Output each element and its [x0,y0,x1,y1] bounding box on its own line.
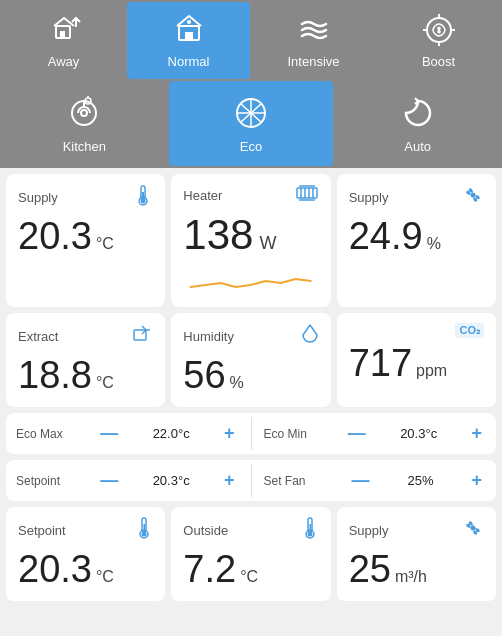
boost-icon [421,12,457,48]
supply-flow-value: 25 m³/h [349,548,484,591]
control-row-1-divider [251,417,252,450]
eco-max-label: Eco Max [16,427,66,441]
mode-away-label: Away [48,54,80,69]
outside-header: Outside [183,517,318,544]
svg-point-41 [307,532,312,537]
svg-point-12 [81,110,87,116]
mode-normal-label: Normal [168,54,210,69]
eco-max-plus-button[interactable]: + [220,423,239,444]
supply-flow-label: Supply [349,523,389,538]
zone-auto-label: Auto [404,139,431,154]
supply-temp-header: Supply [18,184,153,211]
humidity-card: Humidity 56 % [171,313,330,407]
zone-row: Kitchen Eco Auto [0,81,502,168]
extract-header: Extract [18,323,153,350]
co2-header: CO₂ [349,323,484,338]
humidity-value: 56 % [183,354,318,397]
heater-label: Heater [183,188,222,203]
zone-kitchen-label: Kitchen [63,139,106,154]
supply-flow-card: Supply 25 m³/h [337,507,496,601]
thermometer-icon-2 [135,517,153,544]
heater-card: Heater 138 W [171,174,330,307]
svg-rect-24 [297,188,317,198]
supply-pct-card: Supply 24.9 % [337,174,496,307]
setpoint-header: Setpoint [18,517,153,544]
kitchen-icon [64,93,104,133]
control-row-2-divider [251,464,252,497]
zone-kitchen-button[interactable]: Kitchen [2,81,167,166]
auto-icon [398,93,438,133]
mode-intensive-button[interactable]: Intensive [252,2,375,79]
svg-point-37 [142,532,147,537]
supply-temp-card: Supply 20.3 °C [6,174,165,307]
outside-card: Outside 7.2 °C [171,507,330,601]
setpoint-minus-button[interactable]: — [96,470,122,491]
eco-max-cell: Eco Max — 22.0°c + [6,413,249,454]
bottom-row: Setpoint 20.3 °C Outside [6,507,496,601]
supply-pct-header: Supply [349,184,484,211]
zone-auto-button[interactable]: Auto [335,81,500,166]
outside-value: 7.2 °C [183,548,318,591]
eco-min-minus-button[interactable]: — [344,423,370,444]
eco-min-value: 20.3°c [400,426,437,441]
supply-pct-label: Supply [349,190,389,205]
svg-point-31 [470,193,475,198]
setpoint-card: Setpoint 20.3 °C [6,507,165,601]
thermometer-icon [133,184,153,211]
intensive-icon [296,12,332,48]
control-row-2: Setpoint — 20.3°c + Set Fan — 25% + [6,460,496,501]
supply-temp-label: Supply [18,190,58,205]
zone-eco-label: Eco [240,139,262,154]
eco-max-minus-button[interactable]: — [96,423,122,444]
eco-icon [231,93,271,133]
drop-icon [301,323,319,350]
setpoint-control-label: Setpoint [16,474,66,488]
set-fan-cell: Set Fan — 25% + [254,460,497,501]
extract-card: Extract 18.8 °C [6,313,165,407]
co2-card: CO₂ 717 ppm [337,313,496,407]
svg-point-23 [141,199,146,204]
supply-pct-value: 24.9 % [349,215,484,258]
heater-header: Heater [183,184,318,207]
row-1: Supply 20.3 °C Heater [6,174,496,307]
set-fan-value: 25% [407,473,433,488]
svg-rect-1 [60,31,65,38]
humidity-label: Humidity [183,329,234,344]
set-fan-label: Set Fan [264,474,314,488]
mode-boost-button[interactable]: Boost [377,2,500,79]
supply-temp-value: 20.3 °C [18,215,153,258]
setpoint-label: Setpoint [18,523,66,538]
mode-intensive-label: Intensive [287,54,339,69]
row-2: Extract 18.8 °C Humidity [6,313,496,407]
heater-sparkline [183,265,318,293]
eco-min-cell: Eco Min — 20.3°c + [254,413,497,454]
heater-value-row: 138 W [183,211,318,259]
setpoint-value: 20.3 °C [18,548,153,591]
extract-icon [131,323,153,350]
set-fan-minus-button[interactable]: — [347,470,373,491]
setpoint-plus-button[interactable]: + [220,470,239,491]
svg-point-5 [187,20,191,24]
outside-label: Outside [183,523,228,538]
fan-icon-2 [462,517,484,544]
set-fan-plus-button[interactable]: + [467,470,486,491]
extract-value: 18.8 °C [18,354,153,397]
co2-value: 717 ppm [349,342,484,385]
svg-point-42 [470,526,475,531]
eco-min-plus-button[interactable]: + [467,423,486,444]
mode-normal-button[interactable]: Normal [127,2,250,79]
normal-icon [171,12,207,48]
mode-away-button[interactable]: Away [2,2,125,79]
eco-max-value: 22.0°c [153,426,190,441]
eco-min-label: Eco Min [264,427,314,441]
humidity-header: Humidity [183,323,318,350]
heater-icon [295,184,319,207]
co2-badge: CO₂ [455,323,484,338]
mode-boost-label: Boost [422,54,455,69]
thermometer-icon-3 [301,517,319,544]
zone-eco-button[interactable]: Eco [169,81,334,166]
setpoint-cell: Setpoint — 20.3°c + [6,460,249,501]
away-icon [46,12,82,48]
fan-icon-1 [462,184,484,211]
extract-label: Extract [18,329,58,344]
